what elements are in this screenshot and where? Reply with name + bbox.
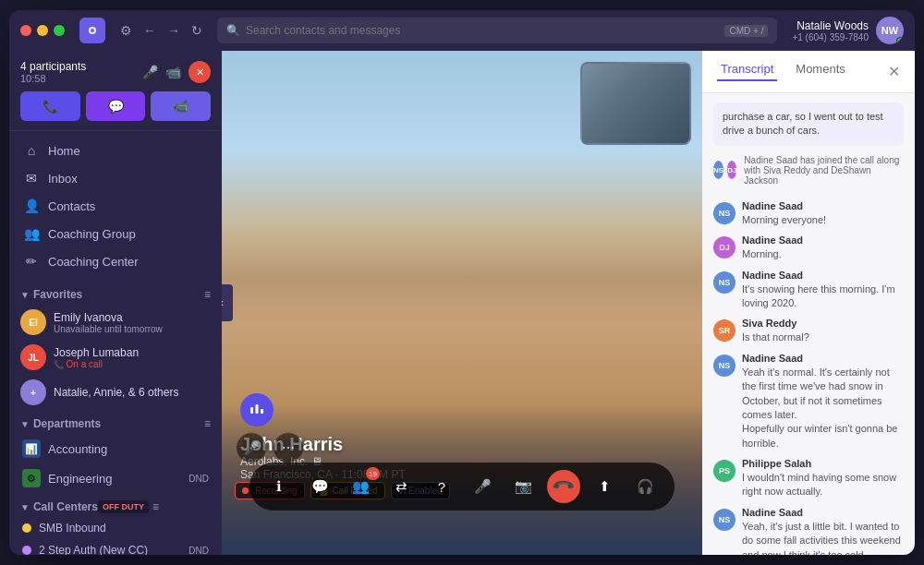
2step-dot xyxy=(22,546,31,555)
msg-content: Siva Reddy Is that normal? xyxy=(742,318,904,344)
msg-content: Nadine Saad Morning. xyxy=(742,234,904,261)
msg-content: Philippe Salah I wouldn't mind having so… xyxy=(742,458,904,499)
cc-smb-name: SMB Inbound xyxy=(39,522,209,535)
sidebar-item-coaching-center[interactable]: ✏ Coaching Center xyxy=(9,247,222,275)
msg-avatar: NS xyxy=(713,271,736,294)
contacts-icon: 👤 xyxy=(24,198,39,213)
home-icon: ⌂ xyxy=(24,143,39,158)
departments-menu-icon[interactable]: ≡ xyxy=(204,417,211,430)
tab-moments[interactable]: Moments xyxy=(792,62,848,81)
settings-icon[interactable]: ⚙ xyxy=(120,23,132,38)
msg-sender: Nadine Saad xyxy=(742,353,904,364)
participants-count: 4 participants xyxy=(20,60,86,73)
video-toolbar-button[interactable]: 📷 xyxy=(506,470,540,503)
add-participants-button[interactable]: 👥 19 xyxy=(344,470,377,503)
user-phone: +1 (604) 359-7840 xyxy=(792,32,869,42)
bottom-toolbar: ℹ 💬 👥 19 ⇄ ? 🎤 📷 📞 ⬆ 🎧 xyxy=(249,463,675,511)
nav-section: ⌂ Home ✉ Inbox 👤 Contacts 👥 Coaching Gro… xyxy=(9,131,222,281)
favorite-emily[interactable]: EI Emily Ivanova Unavailable until tomor… xyxy=(9,305,222,340)
help-button[interactable]: ? xyxy=(425,470,458,503)
favorites-menu-icon[interactable]: ≡ xyxy=(204,288,211,301)
system-message: purchase a car, so I went out to test dr… xyxy=(713,102,904,146)
mic-toolbar-button[interactable]: 🎤 xyxy=(466,470,499,503)
message-row: NS Nadine Saad Yeah it's normal. It's ce… xyxy=(713,353,904,451)
call-panel: 4 participants 10:58 🎤 📹 ✕ 📞 💬 📹 xyxy=(9,51,222,131)
headset-button[interactable]: 🎧 xyxy=(628,470,662,503)
mic-button[interactable]: 🎤 xyxy=(237,433,266,463)
user-info: Natalie Woods +1 (604) 359-7840 xyxy=(792,19,869,42)
chat-button[interactable]: 💬 xyxy=(303,470,336,503)
msg-text: Yeah, it's just a little bit. I wanted t… xyxy=(742,520,904,555)
cc-2step-name: 2 Step Auth (New CC) xyxy=(39,544,181,555)
titlebar: ⚙ ← → ↻ 🔍 CMD + / Natalie Woods +1 (604)… xyxy=(9,10,915,51)
joseph-status: On a call xyxy=(54,359,211,369)
participants-badge: 19 xyxy=(366,467,380,480)
video-action-button[interactable]: 📹 xyxy=(151,91,211,121)
favorite-joseph[interactable]: JL Joseph Lumaban On a call xyxy=(9,340,222,375)
sidebar-label-home: Home xyxy=(48,144,80,158)
sidebar-item-contacts[interactable]: 👤 Contacts xyxy=(9,192,222,220)
msg-content: Nadine Saad Yeah it's normal. It's certa… xyxy=(742,353,904,451)
favorites-chevron: ▼ xyxy=(20,290,30,300)
call-centers-menu-icon[interactable]: ≡ xyxy=(152,500,159,513)
msg-avatar: NS xyxy=(713,355,736,377)
messages-container: NS Nadine Saad Morning everyone! DJ Nadi… xyxy=(713,200,904,555)
svg-rect-3 xyxy=(256,404,259,414)
transfer-button[interactable]: ⇄ xyxy=(384,470,418,503)
message-row: SR Siva Reddy Is that normal? xyxy=(713,318,904,344)
svg-rect-2 xyxy=(250,407,253,414)
cc-smb-inbound[interactable]: SMB Inbound xyxy=(9,517,222,539)
collapse-sidebar-button[interactable]: ‹ xyxy=(222,284,233,321)
info-button[interactable]: ℹ xyxy=(262,470,296,503)
end-call-button[interactable]: ✕ xyxy=(188,61,211,83)
call-centers-label: Call Centers xyxy=(33,500,98,513)
dept-engineering[interactable]: ⚙ Engineering DND xyxy=(9,463,222,493)
mute-button[interactable]: 🎤 xyxy=(142,65,158,79)
sidebar-item-home[interactable]: ⌂ Home xyxy=(9,137,222,164)
search-icon: 🔍 xyxy=(226,24,240,37)
share-button[interactable]: ⬆ xyxy=(588,470,621,503)
user-profile: Natalie Woods +1 (604) 359-7840 NW xyxy=(792,17,904,44)
back-icon[interactable]: ← xyxy=(143,23,156,38)
video-toggle-button[interactable]: 📹 xyxy=(165,65,181,79)
sidebar-scrollable: ▼ Favorites ≡ EI Emily Ivanova Unavailab… xyxy=(9,281,222,555)
refresh-icon[interactable]: ↻ xyxy=(191,23,202,38)
search-bar[interactable]: 🔍 CMD + / xyxy=(217,18,777,43)
main-content: 4 participants 10:58 🎤 📹 ✕ 📞 💬 📹 xyxy=(9,51,915,555)
msg-content: Nadine Saad Yeah, it's just a little bit… xyxy=(742,507,904,555)
forward-icon[interactable]: → xyxy=(167,23,180,38)
engineering-dnd: DND xyxy=(188,474,209,484)
tab-transcript[interactable]: Transcript xyxy=(717,62,777,81)
join-message-text: Nadine Saad has joined the call along wi… xyxy=(744,155,904,186)
close-button[interactable] xyxy=(20,25,31,36)
traffic-lights xyxy=(20,25,65,36)
smb-dot xyxy=(22,523,31,533)
emily-name: Emily Ivanova xyxy=(54,311,211,324)
titlebar-controls: ⚙ ← → ↻ xyxy=(120,23,202,38)
call-info-row: 4 participants 10:58 🎤 📹 ✕ xyxy=(20,60,211,84)
search-input[interactable] xyxy=(246,24,719,37)
sidebar-item-inbox[interactable]: ✉ Inbox xyxy=(9,164,222,192)
favorite-group[interactable]: + Natalie, Annie, & 6 others xyxy=(9,375,222,410)
msg-sender: Siva Reddy xyxy=(742,318,904,329)
more-button[interactable]: ⋯ xyxy=(274,433,303,463)
dept-accounting[interactable]: 📊 Accounting xyxy=(9,434,222,463)
call-centers-header: ▼ Call Centers OFF DUTY ≡ xyxy=(9,493,222,517)
minimize-button[interactable] xyxy=(37,25,48,36)
msg-text: Morning. xyxy=(742,247,904,261)
end-call-toolbar-button[interactable]: 📞 xyxy=(541,463,588,511)
departments-header: ▼ Departments ≡ xyxy=(9,410,222,434)
phone-action-button[interactable]: 📞 xyxy=(20,91,80,121)
cc-2step-auth[interactable]: 2 Step Auth (New CC) DND xyxy=(9,539,222,555)
coaching-group-icon: 👥 xyxy=(24,226,39,241)
avatar[interactable]: NW xyxy=(876,17,904,44)
join-message: NS DJ Nadine Saad has joined the call al… xyxy=(713,155,904,193)
chat-action-button[interactable]: 💬 xyxy=(86,91,146,121)
call-icons: 🎤 📹 ✕ xyxy=(142,61,211,83)
sidebar-item-coaching-group[interactable]: 👥 Coaching Group xyxy=(9,220,222,247)
panel-close-button[interactable]: ✕ xyxy=(888,63,900,80)
emily-details: Emily Ivanova Unavailable until tomorrow xyxy=(54,311,211,334)
maximize-button[interactable] xyxy=(54,25,65,36)
joseph-name: Joseph Lumaban xyxy=(54,346,211,359)
group-name: Natalie, Annie, & 6 others xyxy=(54,386,211,399)
